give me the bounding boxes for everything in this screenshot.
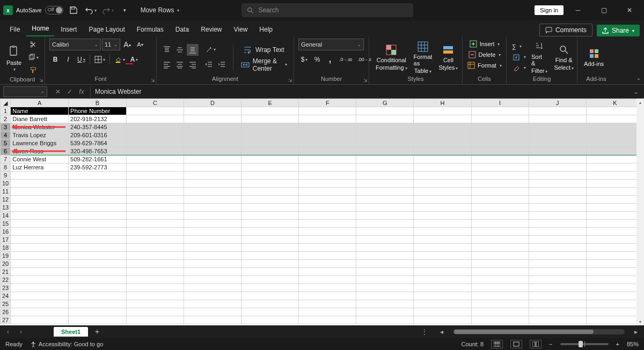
cell-D19[interactable] xyxy=(184,252,241,260)
cell-K16[interactable] xyxy=(586,228,643,236)
tab-data[interactable]: Data xyxy=(170,23,194,36)
tab-insert[interactable]: Insert xyxy=(55,23,82,36)
cell-A2[interactable]: Diane Barrett xyxy=(11,115,69,123)
horizontal-scrollbar[interactable] xyxy=(453,329,625,334)
cell-E9[interactable] xyxy=(241,172,299,180)
cell-H16[interactable] xyxy=(414,228,471,236)
format-painter-icon[interactable] xyxy=(26,64,41,76)
cell-E1[interactable] xyxy=(241,107,299,115)
row-header-8[interactable]: 8 xyxy=(1,163,11,172)
cell-B18[interactable] xyxy=(69,244,127,252)
cell-K9[interactable] xyxy=(586,172,643,180)
cell-H13[interactable] xyxy=(414,204,471,212)
cell-J17[interactable] xyxy=(529,236,586,244)
increase-font-icon[interactable]: A▴ xyxy=(121,39,133,50)
increase-decimal-icon[interactable]: .0→.00 xyxy=(337,54,354,65)
cell-C20[interactable] xyxy=(126,260,184,268)
cell-K4[interactable] xyxy=(586,131,643,139)
cell-F19[interactable] xyxy=(299,252,356,260)
undo-icon[interactable]: ▾ xyxy=(84,3,98,17)
cell-C24[interactable] xyxy=(126,292,184,300)
number-format-select[interactable]: General⌄ xyxy=(298,39,364,50)
cell-K5[interactable] xyxy=(586,139,643,147)
cell-G18[interactable] xyxy=(356,244,414,252)
cell-E12[interactable] xyxy=(241,196,299,204)
cell-C13[interactable] xyxy=(126,204,184,212)
font-dialog-launcher[interactable]: ⇲ xyxy=(151,78,155,83)
row-header-23[interactable]: 23 xyxy=(1,284,11,292)
tab-formulas[interactable]: Formulas xyxy=(131,23,169,36)
vertical-scrollbar[interactable]: ▴ ▾ xyxy=(636,99,644,325)
cell-C15[interactable] xyxy=(126,220,184,228)
view-page-break-icon[interactable] xyxy=(530,340,541,348)
autosum-button[interactable]: ∑▾ xyxy=(511,41,527,52)
cell-B23[interactable] xyxy=(69,284,127,292)
cell-G23[interactable] xyxy=(356,284,414,292)
cell-J15[interactable] xyxy=(529,220,586,228)
cell-B1[interactable]: Phone Number xyxy=(69,107,127,115)
cell-I26[interactable] xyxy=(471,308,529,316)
sort-filter-button[interactable]: Sort & Filter▾ xyxy=(529,41,550,74)
cell-B9[interactable] xyxy=(69,172,127,180)
cell-B27[interactable] xyxy=(69,316,127,324)
orientation-icon[interactable]: ▾ xyxy=(203,44,218,56)
cell-H18[interactable] xyxy=(414,244,471,252)
qat-customize-icon[interactable]: ▾ xyxy=(118,3,132,17)
row-header-15[interactable]: 15 xyxy=(1,220,11,228)
cell-H24[interactable] xyxy=(414,292,471,300)
view-page-layout-icon[interactable] xyxy=(510,340,522,348)
cell-C26[interactable] xyxy=(126,308,184,316)
cell-I22[interactable] xyxy=(471,276,529,284)
row-header-7[interactable]: 7 xyxy=(1,155,11,163)
cell-D27[interactable] xyxy=(184,316,241,324)
sheet-nav-prev[interactable]: ‹ xyxy=(3,328,13,336)
cell-G1[interactable] xyxy=(356,107,414,115)
cell-I8[interactable] xyxy=(471,163,529,172)
cell-K17[interactable] xyxy=(586,236,643,244)
cell-H21[interactable] xyxy=(414,268,471,276)
row-header-4[interactable]: 4 xyxy=(1,131,11,139)
sheet-tab-options[interactable]: ⋮ xyxy=(421,327,429,336)
format-as-table-button[interactable]: Format as Table▾ xyxy=(412,41,435,74)
cell-J12[interactable] xyxy=(529,196,586,204)
tab-file[interactable]: File xyxy=(4,23,25,36)
cell-J23[interactable] xyxy=(529,284,586,292)
borders-icon[interactable]: ▾ xyxy=(92,54,107,65)
cell-I23[interactable] xyxy=(471,284,529,292)
cell-D15[interactable] xyxy=(184,220,241,228)
insert-cells-button[interactable]: Insert▾ xyxy=(468,39,501,49)
cell-D13[interactable] xyxy=(184,204,241,212)
ribbon-collapse-icon[interactable]: ⌄ xyxy=(636,75,641,81)
cell-H20[interactable] xyxy=(414,260,471,268)
cell-K27[interactable] xyxy=(586,316,643,324)
row-header-26[interactable]: 26 xyxy=(1,308,11,316)
cell-G25[interactable] xyxy=(356,300,414,308)
cell-H10[interactable] xyxy=(414,180,471,188)
scroll-up-icon[interactable]: ▴ xyxy=(636,99,644,106)
cell-G6[interactable] xyxy=(356,147,414,155)
cell-G7[interactable] xyxy=(356,155,414,163)
cell-D7[interactable] xyxy=(184,155,241,163)
hscroll-left-icon[interactable]: ◂ xyxy=(437,328,447,336)
cell-I7[interactable] xyxy=(471,155,529,163)
cell-F15[interactable] xyxy=(299,220,356,228)
cell-K6[interactable] xyxy=(586,147,643,155)
cell-F9[interactable] xyxy=(299,172,356,180)
row-header-24[interactable]: 24 xyxy=(1,292,11,300)
cell-K26[interactable] xyxy=(586,308,643,316)
cell-C1[interactable] xyxy=(126,107,184,115)
row-header-10[interactable]: 10 xyxy=(1,180,11,188)
cell-J4[interactable] xyxy=(529,131,586,139)
cell-D12[interactable] xyxy=(184,196,241,204)
cell-C19[interactable] xyxy=(126,252,184,260)
cell-B4[interactable]: 209-601-0316 xyxy=(69,131,127,139)
cell-J7[interactable] xyxy=(529,155,586,163)
cell-C25[interactable] xyxy=(126,300,184,308)
cell-D23[interactable] xyxy=(184,284,241,292)
cell-K8[interactable] xyxy=(586,163,643,172)
cell-I4[interactable] xyxy=(471,131,529,139)
row-header-3[interactable]: 3 xyxy=(1,123,11,131)
cell-G11[interactable] xyxy=(356,188,414,196)
cell-I27[interactable] xyxy=(471,316,529,324)
cancel-formula-icon[interactable]: ✕ xyxy=(53,86,63,97)
